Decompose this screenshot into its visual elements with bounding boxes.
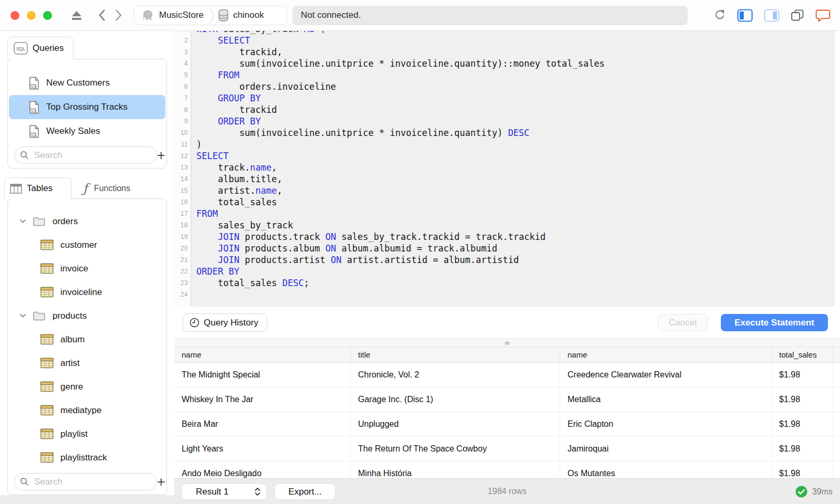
- table-cell[interactable]: Unplugged: [351, 412, 560, 436]
- table-cell[interactable]: The Midnight Special: [174, 363, 351, 387]
- query-list-item[interactable]: SQLTop Grossing Tracks: [9, 95, 165, 119]
- column-header[interactable]: name: [560, 347, 772, 362]
- table-cell[interactable]: Jamiroquai: [560, 437, 772, 461]
- table-cell[interactable]: $1.98: [772, 387, 833, 412]
- table-row[interactable]: The Midnight SpecialChronicle, Vol. 2Cre…: [174, 363, 840, 387]
- code-line[interactable]: WITH sales_by_track AS (: [196, 30, 834, 35]
- schema-folder-orders[interactable]: orders: [8, 209, 166, 233]
- code-line[interactable]: JOIN products.album ON album.albumid = t…: [196, 243, 834, 254]
- table-cell[interactable]: Garage Inc. (Disc 1): [351, 387, 560, 412]
- query-list-item[interactable]: SQLWeekly Sales: [9, 119, 165, 143]
- sql-code[interactable]: WITH sales_by_track AS ( SELECT trackid,…: [196, 30, 834, 300]
- breadcrumb-database[interactable]: chinook: [233, 10, 264, 20]
- table-cell[interactable]: Creedence Clearwater Revival: [560, 363, 772, 387]
- code-line[interactable]: album.title,: [196, 173, 834, 185]
- eject-icon[interactable]: [71, 10, 82, 20]
- code-line[interactable]: sum(invoiceline.unitprice * invoiceline.…: [196, 127, 834, 139]
- table-cell[interactable]: $1.98: [772, 461, 833, 478]
- duplicate-window-icon[interactable]: [791, 9, 804, 22]
- table-row[interactable]: Ando Meio DesligadoMinha HistóriaOs Muta…: [174, 461, 840, 478]
- add-query-button[interactable]: +: [157, 148, 165, 163]
- minimize-button[interactable]: [27, 11, 36, 20]
- code-line[interactable]: SELECT: [196, 35, 834, 46]
- refresh-icon[interactable]: [713, 9, 726, 22]
- table-cell[interactable]: Light Years: [174, 437, 351, 461]
- table-cell[interactable]: Whiskey In The Jar: [174, 387, 351, 412]
- table-item-artist[interactable]: artist: [8, 351, 166, 375]
- table-cell[interactable]: Eric Clapton: [560, 412, 772, 436]
- splitter-handle-icon[interactable]: [505, 341, 510, 345]
- chevron-down-icon[interactable]: [19, 219, 26, 224]
- code-line[interactable]: trackid: [196, 104, 834, 116]
- code-line[interactable]: ORDER BY: [196, 266, 834, 277]
- code-line[interactable]: FROM: [196, 69, 834, 81]
- queries-search-field[interactable]: [14, 146, 157, 164]
- code-line[interactable]: sales_by_track: [196, 219, 834, 231]
- breadcrumb-server[interactable]: MusicStore: [159, 10, 204, 20]
- code-line[interactable]: SELECT: [196, 150, 834, 162]
- result-selector[interactable]: Result 1: [182, 484, 267, 500]
- tab-functions[interactable]: ƒ Functions: [71, 177, 156, 199]
- table-cell[interactable]: $1.98: [772, 437, 833, 461]
- back-button[interactable]: [98, 9, 106, 22]
- tables-search-field[interactable]: [14, 473, 157, 490]
- table-row[interactable]: Beira MarUnpluggedEric Clapton$1.98: [174, 412, 840, 437]
- query-history-button[interactable]: Query History: [183, 313, 267, 332]
- query-list-item[interactable]: SQLNew Customers: [9, 71, 165, 95]
- code-line[interactable]: GROUP BY: [196, 92, 834, 104]
- cancel-button[interactable]: Cancel: [658, 314, 708, 331]
- code-line[interactable]: total_sales: [196, 196, 834, 208]
- code-line[interactable]: trackid,: [196, 46, 834, 58]
- column-header[interactable]: title: [351, 347, 560, 362]
- code-line[interactable]: ): [196, 139, 834, 150]
- table-cell[interactable]: Minha História: [351, 461, 560, 478]
- panel-left-icon[interactable]: [737, 9, 753, 22]
- close-button[interactable]: [10, 11, 19, 20]
- tab-tables[interactable]: Tables: [4, 177, 71, 199]
- table-item-genre[interactable]: genre: [8, 375, 166, 398]
- table-item-playlist[interactable]: playlist: [8, 422, 166, 446]
- table-item-invoice[interactable]: invoice: [8, 257, 166, 280]
- code-line[interactable]: JOIN products.artist ON artist.artistid …: [196, 254, 834, 266]
- column-header[interactable]: name: [174, 347, 351, 362]
- table-cell[interactable]: Os Mutantes: [560, 461, 772, 478]
- table-row[interactable]: Light YearsThe Return Of The Space Cowbo…: [174, 437, 840, 461]
- execute-statement-button[interactable]: Execute Statement: [721, 314, 828, 331]
- table-cell[interactable]: $1.98: [772, 363, 833, 387]
- feedback-bubble-icon[interactable]: [815, 8, 831, 23]
- table-cell[interactable]: The Return Of The Space Cowboy: [351, 437, 560, 461]
- table-cell[interactable]: Metallica: [560, 387, 772, 412]
- pane-splitter[interactable]: [174, 339, 840, 347]
- table-cell[interactable]: Ando Meio Desligado: [174, 461, 351, 478]
- table-item-customer[interactable]: customer: [8, 233, 166, 257]
- table-item-invoiceline[interactable]: invoiceline: [8, 280, 166, 304]
- column-header[interactable]: total_sales: [772, 347, 833, 362]
- panel-right-icon[interactable]: [764, 9, 780, 22]
- breadcrumb[interactable]: MusicStore chinook: [134, 6, 287, 25]
- sql-editor[interactable]: 123456789101112131415161718192021222324 …: [174, 30, 840, 307]
- code-line[interactable]: sum(invoiceline.unitprice * invoiceline.…: [196, 58, 834, 69]
- zoom-button[interactable]: [43, 11, 52, 20]
- code-line[interactable]: artist.name,: [196, 185, 834, 196]
- add-table-button[interactable]: +: [157, 474, 165, 490]
- table-row[interactable]: Whiskey In The JarGarage Inc. (Disc 1)Me…: [174, 387, 840, 412]
- export-button[interactable]: Export...: [275, 484, 335, 500]
- table-cell[interactable]: Beira Mar: [174, 412, 351, 436]
- code-line[interactable]: [196, 289, 834, 300]
- tables-search-input[interactable]: [33, 476, 151, 488]
- code-line[interactable]: total_sales DESC;: [196, 277, 834, 289]
- code-line[interactable]: JOIN products.track ON sales_by_track.tr…: [196, 231, 834, 243]
- code-line[interactable]: track.name,: [196, 162, 834, 173]
- table-item-mediatype[interactable]: mediatype: [8, 398, 166, 422]
- forward-button[interactable]: [115, 9, 122, 22]
- code-line[interactable]: FROM: [196, 208, 834, 219]
- table-item-playlisttrack[interactable]: playlisttrack: [8, 446, 166, 469]
- table-item-album[interactable]: album: [8, 328, 166, 351]
- code-line[interactable]: ORDER BY: [196, 116, 834, 127]
- code-line[interactable]: orders.invoiceline: [196, 81, 834, 92]
- queries-search-input[interactable]: [33, 150, 151, 161]
- schema-folder-products[interactable]: products: [8, 304, 166, 328]
- chevron-down-icon[interactable]: [19, 313, 26, 318]
- tab-queries[interactable]: SQL Queries: [7, 37, 74, 59]
- table-cell[interactable]: Chronicle, Vol. 2: [351, 363, 560, 387]
